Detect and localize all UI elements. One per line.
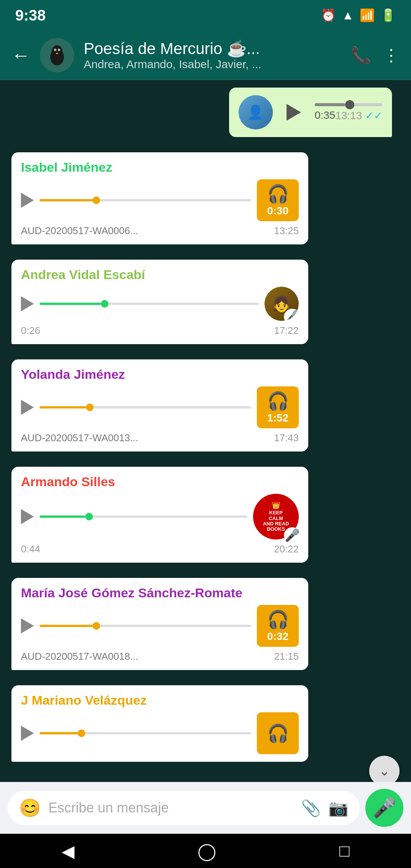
play-triangle-icon [21, 726, 34, 741]
message-5-bubble: María José Gómez Sánchez-Romate 🎧 0:32 [11, 578, 308, 670]
play-triangle-icon [21, 193, 34, 208]
message-3-bubble: Yolanda Jiménez 🎧 1:52 AUD-202005 [11, 359, 308, 452]
back-button[interactable]: ← [11, 44, 30, 66]
headphone-icon: 🎧 [267, 391, 289, 411]
sent-progress-dot [345, 100, 354, 109]
sent-time-row: 0:35 13:13 ✓✓ [315, 109, 382, 122]
message-4-play-button[interactable] [21, 509, 34, 524]
message-5-play-button[interactable] [21, 618, 34, 633]
message-1-row: 🎧 0:30 [21, 179, 299, 221]
message-1-wrapper: Isabel Jiménez 🎧 0:30 AUD-2020051 [8, 152, 403, 252]
message-3-track[interactable] [40, 406, 251, 408]
play-triangle-icon [21, 509, 34, 524]
status-bar: 9:38 ⏰ ▲ 📶 🔋 [0, 0, 411, 30]
voice-message-button[interactable]: 🎤 [365, 789, 403, 827]
group-name: Poesía de Mercurio ☕... [84, 39, 320, 58]
message-4-fill [40, 515, 85, 518]
attach-button[interactable]: 📎 [301, 799, 321, 817]
sent-play-button[interactable] [280, 99, 307, 126]
message-5-wrapper: María José Gómez Sánchez-Romate 🎧 0:32 [8, 578, 403, 678]
message-1-duration: 0:30 [267, 205, 288, 217]
message-input-placeholder[interactable]: Escribe un mensaje [48, 800, 293, 816]
header-info[interactable]: Poesía de Mercurio ☕... Andrea, Armando,… [84, 39, 341, 71]
sent-elapsed: 0:35 [315, 109, 336, 122]
message-2-track[interactable] [40, 303, 259, 305]
group-members: Andrea, Armando, Isabel, Javier, ... [84, 58, 341, 71]
message-5-time: 21:15 [274, 651, 299, 662]
message-3-fill [40, 406, 86, 408]
mic-icon: 🎤 [373, 797, 396, 819]
message-4-bubble: Armando Silles 👑 KEEPCALMAND READBOOKS [11, 467, 308, 563]
message-1-dot [92, 196, 100, 204]
message-2-row: 👧 🎤 [21, 287, 299, 321]
message-3-time: 17:43 [274, 432, 299, 444]
message-5-bottom: AUD-20200517-WA0018... 21:15 [21, 651, 299, 662]
message-5-sender: María José Gómez Sánchez-Romate [21, 586, 299, 600]
svg-point-6 [59, 49, 60, 50]
chat-area: 👤 0:35 13:13 ✓✓ [0, 80, 411, 861]
message-6-track[interactable] [40, 732, 251, 734]
play-triangle-icon [21, 400, 34, 415]
sent-waveform: 0:35 13:13 ✓✓ [315, 103, 382, 122]
message-3-bottom: AUD-20200517-WA0013... 17:43 [21, 432, 299, 444]
message-3-play-button[interactable] [21, 400, 34, 415]
alarm-icon: ⏰ [321, 8, 336, 22]
header-actions: 📞 ⋮ [350, 45, 400, 65]
call-button[interactable]: 📞 [350, 45, 371, 65]
home-nav-button[interactable]: ◯ [198, 841, 216, 861]
message-5-headphone-badge: 🎧 0:32 [257, 605, 299, 647]
message-2-avatar: 👧 🎤 [264, 287, 299, 321]
message-2-fill [40, 303, 101, 305]
svg-point-2 [52, 45, 62, 57]
message-1-play-button[interactable] [21, 193, 34, 208]
message-1-bottom: AUD-20200517-WA0006... 13:25 [21, 225, 299, 237]
bird-icon [42, 40, 72, 70]
sent-message-wrapper: 👤 0:35 13:13 ✓✓ [8, 88, 403, 145]
message-6-wrapper: J Mariano Velázquez 🎧 ↳ [8, 685, 403, 769]
sent-progress-track[interactable] [315, 103, 382, 106]
scroll-down-button[interactable]: ⌄ [369, 756, 400, 786]
group-avatar[interactable] [40, 38, 74, 72]
message-2-play-button[interactable] [21, 296, 34, 311]
back-nav-button[interactable]: ◀ [62, 841, 75, 861]
message-6-sender: J Mariano Velázquez [21, 693, 299, 708]
message-4-wrapper: Armando Silles 👑 KEEPCALMAND READBOOKS [8, 467, 403, 570]
emoji-button[interactable]: 😊 [19, 798, 41, 818]
message-5-content: María José Gómez Sánchez-Romate 🎧 0:32 [8, 578, 403, 678]
message-4-track[interactable] [40, 515, 247, 518]
recent-apps-nav-button[interactable]: □ [339, 841, 350, 860]
message-5-fill [40, 625, 92, 627]
menu-button[interactable]: ⋮ [383, 45, 400, 65]
message-5-filename: AUD-20200517-WA0018... [21, 651, 138, 662]
message-5-dot [92, 622, 100, 630]
message-2-elapsed: 0:26 [21, 325, 40, 337]
play-triangle-icon [287, 104, 301, 121]
crown-icon: 👑 [272, 501, 280, 510]
message-6-play-button[interactable] [21, 726, 34, 741]
message-1-fill [40, 199, 92, 201]
message-6-dot [78, 729, 85, 737]
sent-bubble: 👤 0:35 13:13 ✓✓ [229, 88, 392, 137]
message-4-row: 👑 KEEPCALMAND READBOOKS 🎤 [21, 494, 299, 539]
svg-point-5 [55, 49, 56, 50]
camera-button[interactable]: 📷 [328, 799, 348, 817]
wifi-icon: ▲ [342, 8, 354, 22]
message-2-bubble: Andrea Vidal Escabí 👧 🎤 [11, 260, 308, 344]
message-1-content: Isabel Jiménez 🎧 0:30 AUD-2020051 [8, 152, 403, 252]
message-2-wrapper: Andrea Vidal Escabí 👧 🎤 [8, 260, 403, 352]
sent-avatar: 👤 [239, 95, 273, 129]
message-5-duration: 0:32 [267, 630, 288, 643]
play-triangle-icon [21, 618, 34, 633]
input-field-wrap[interactable]: 😊 Escribe un mensaje 📎 📷 [8, 791, 360, 825]
message-4-elapsed: 0:44 [21, 543, 40, 555]
message-5-track[interactable] [40, 625, 251, 627]
message-4-dot [85, 513, 93, 520]
message-1-time: 13:25 [274, 225, 299, 237]
message-1-filename: AUD-20200517-WA0006... [21, 225, 138, 237]
message-1-track[interactable] [40, 199, 251, 201]
message-4-bottom: 0:44 20:22 [21, 543, 299, 555]
message-2-content: Andrea Vidal Escabí 👧 🎤 [8, 260, 403, 352]
input-bar: 😊 Escribe un mensaje 📎 📷 🎤 [0, 782, 411, 834]
message-2-time: 17:22 [274, 325, 299, 337]
status-time: 9:38 [15, 7, 46, 24]
